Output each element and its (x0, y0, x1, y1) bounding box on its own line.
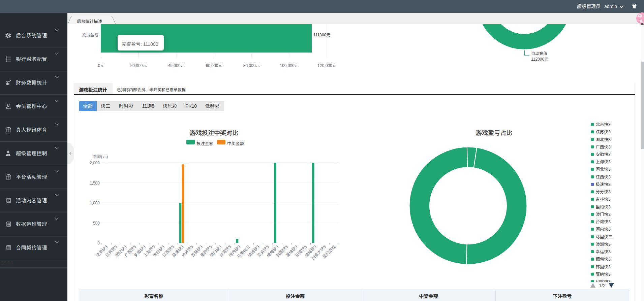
svg-text:极速快3: 极速快3 (596, 182, 611, 187)
svg-text:500: 500 (93, 221, 100, 226)
svg-text:2,000: 2,000 (90, 161, 100, 165)
svg-text:1,500: 1,500 (90, 181, 100, 186)
svg-text:分分快3: 分分快3 (596, 190, 611, 194)
svg-text:湖北快3: 湖北快3 (596, 137, 611, 142)
svg-text:澳洲快3: 澳洲快3 (596, 242, 611, 247)
svg-text:幸运快3: 幸运快3 (596, 249, 611, 254)
svg-text:1/2: 1/2 (599, 283, 606, 288)
svg-text:江西快3: 江西快3 (596, 175, 611, 179)
svg-text:河内快3: 河内快3 (596, 227, 611, 232)
svg-text:马里快三: 马里快三 (596, 235, 613, 239)
svg-text:印度快3: 印度快3 (596, 279, 611, 282)
svg-text:澳门快3: 澳门快3 (596, 212, 611, 217)
svg-text:上海快3: 上海快3 (596, 160, 611, 164)
svg-text:台湾快3: 台湾快3 (596, 220, 611, 224)
svg-text:广西快3: 广西快3 (596, 145, 611, 149)
svg-text:江苏快3: 江苏快3 (596, 130, 611, 134)
svg-text:北京快3: 北京快3 (596, 122, 611, 127)
svg-text:河北快3: 河北快3 (596, 167, 611, 172)
svg-text:0: 0 (97, 241, 100, 245)
svg-text:安徽快3: 安徽快3 (596, 152, 611, 157)
svg-text:戛纳快3: 戛纳快3 (596, 272, 611, 277)
svg-text:里约快3: 里约快3 (596, 205, 611, 209)
svg-text:韩国快3: 韩国快3 (596, 265, 611, 269)
svg-text:缅甸快3: 缅甸快3 (596, 257, 611, 262)
svg-text:1,000: 1,000 (90, 201, 100, 205)
svg-text:吉林快3: 吉林快3 (596, 197, 611, 202)
